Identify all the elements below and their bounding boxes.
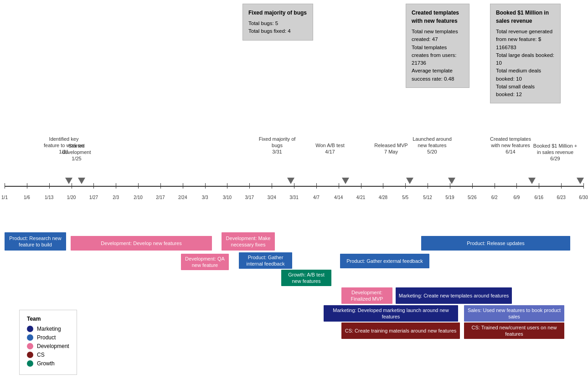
bar4: Development: Make necessary fixes (222, 232, 275, 251)
ev2: Starteddevelopment1/25 (49, 143, 104, 162)
legend-label: Growth (37, 360, 55, 367)
ev4: Won A/B test4/17 (303, 142, 357, 155)
legend-dot (27, 326, 33, 332)
date-label: 4/7 (309, 195, 323, 200)
legend-dot (27, 343, 33, 349)
card-bugs-detail: Total bugs: 5 (248, 20, 307, 27)
bar12: CS: Create training materials around new… (341, 323, 460, 339)
card-templates-detail: Total new templates created: 47 (412, 28, 464, 44)
date-label: 5/12 (421, 195, 434, 200)
timeline-tick (227, 183, 227, 189)
timeline-tick (49, 183, 50, 189)
bar6: Growth: A/B test new features (281, 270, 331, 286)
legend-label: Marketing (37, 326, 61, 332)
timeline-tick (116, 183, 116, 189)
legend-item: CS (27, 352, 69, 358)
bar14: Product: Release updates (421, 236, 570, 251)
date-label: 4/21 (354, 195, 368, 200)
bar5: Product: Gather internal feedback (239, 252, 292, 269)
bar3: Development: QA new feature (181, 254, 229, 270)
date-label: 3/24 (265, 195, 279, 200)
legend-item: Growth (27, 360, 69, 367)
bar11: Sales: Used new features to book product… (464, 305, 564, 322)
timeline-tick (138, 183, 139, 189)
timeline-arrow (528, 178, 536, 184)
ev3: Fixed majority ofbugs3/31 (250, 136, 304, 155)
timeline-tick (383, 183, 383, 189)
legend-label: Development (37, 343, 69, 349)
bar13: CS: Trained new/current users on new fea… (464, 323, 564, 339)
timeline-tick (495, 183, 495, 189)
legend-item: Development (27, 343, 69, 349)
legend-dot (27, 360, 33, 367)
timeline-tick (339, 183, 339, 189)
legend-dot (27, 352, 33, 358)
timeline-tick (561, 183, 562, 189)
timeline-tick (516, 183, 517, 189)
timeline: 1/11/61/131/201/272/32/102/172/243/33/10… (0, 178, 588, 210)
bar9: Marketing: Create new templates around f… (396, 287, 512, 304)
date-label: 4/14 (332, 195, 346, 200)
card-revenue-detail: Total revenue generated from new feature… (496, 28, 555, 51)
ev6: Launched aroundnew features5/20 (405, 136, 459, 155)
bar2: Development: Develop new features (71, 236, 212, 251)
date-label: 5/19 (443, 195, 457, 200)
date-label: 1/1 (0, 195, 11, 200)
timeline-tick (361, 183, 361, 189)
card-bugs-title: Fixed majority of bugs (248, 9, 307, 17)
date-label: 2/17 (154, 195, 167, 200)
date-label: 4/28 (376, 195, 390, 200)
card-revenue-detail: Total small deals booked: 12 (496, 83, 555, 99)
legend-title: Team (27, 316, 69, 322)
timeline-tick (183, 183, 183, 189)
timeline-tick (272, 183, 272, 189)
timeline-arrow (342, 178, 349, 184)
date-label: 3/10 (220, 195, 234, 200)
date-label: 1/13 (42, 195, 56, 200)
timeline-tick (249, 183, 250, 189)
ev8: Booked $1 Million +in sales revenue6/29 (528, 143, 583, 162)
legend-label: CS (37, 352, 45, 358)
timeline-tick (428, 183, 428, 189)
date-label: 6/30 (577, 195, 588, 200)
timeline-arrow (577, 178, 584, 184)
date-label: 3/31 (287, 195, 301, 200)
card-revenue-detail: Total large deals booked: 10 (496, 51, 555, 67)
timeline-tick (5, 183, 5, 189)
date-label: 1/20 (65, 195, 78, 200)
date-label: 3/3 (198, 195, 212, 200)
card-bugs-detail: Total bugs fixed: 4 (248, 27, 307, 35)
card-bugs: Fixed majority of bugsTotal bugs: 5Total… (242, 4, 313, 41)
date-label: 6/2 (488, 195, 501, 200)
timeline-tick (539, 183, 539, 189)
timeline-tick (93, 183, 94, 189)
card-revenue: Booked $1 Million in sales revenueTotal … (490, 4, 561, 103)
timeline-arrow (65, 178, 72, 184)
date-label: 6/9 (510, 195, 523, 200)
date-label: 5/5 (398, 195, 412, 200)
legend-dot (27, 334, 33, 341)
timeline-tick (205, 183, 206, 189)
legend-item: Marketing (27, 326, 69, 332)
timeline-tick (160, 183, 161, 189)
date-label: 2/24 (176, 195, 190, 200)
card-revenue-detail: Total medium deals booked: 10 (496, 67, 555, 83)
date-label: 5/26 (465, 195, 479, 200)
legend-item: Product (27, 334, 69, 341)
card-templates: Created templates with new featuresTotal… (406, 4, 469, 88)
date-label: 2/3 (109, 195, 123, 200)
date-label: 3/17 (242, 195, 256, 200)
timeline-arrow (78, 178, 85, 184)
timeline-arrow (406, 178, 413, 184)
bar8: Development: Finalized MVP (341, 287, 392, 304)
date-label: 1/6 (20, 195, 34, 200)
card-revenue-title: Booked $1 Million in sales revenue (496, 9, 555, 25)
legend-box: Team MarketingProductDevelopmentCSGrowth (19, 310, 77, 375)
card-templates-title: Created templates with new features (412, 9, 464, 25)
date-label: 1/27 (87, 195, 100, 200)
card-templates-detail: Average template success rate: 0.48 (412, 67, 464, 83)
timeline-tick (472, 183, 473, 189)
date-label: 6/23 (554, 195, 568, 200)
bar7: Product: Gather external feedback (340, 254, 429, 268)
date-label: 6/16 (532, 195, 546, 200)
